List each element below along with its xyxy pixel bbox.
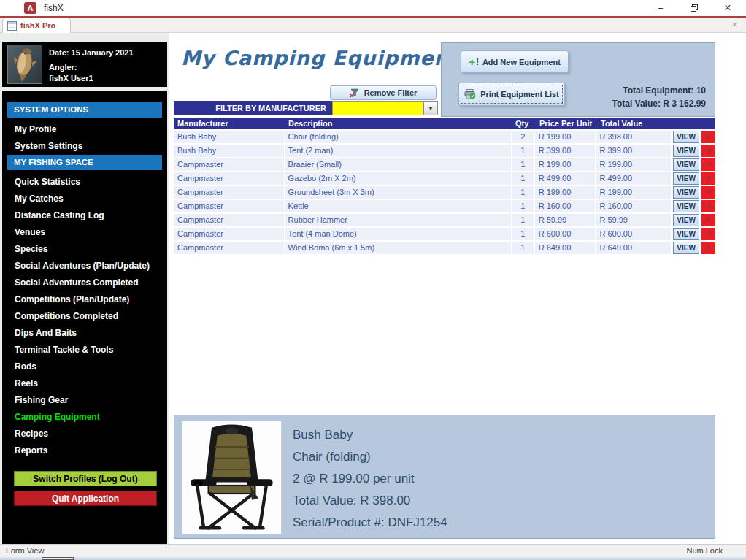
add-new-equipment-label: Add New Equipment <box>482 58 561 66</box>
cell-total-value: R 600.00 <box>596 228 671 240</box>
sidebar-item-terminal-tackle-tools[interactable]: Terminal Tackle & Tools <box>2 342 167 358</box>
table-row: CampmasterWind Boma (6m x 1.5m)1R 649.00… <box>174 242 715 254</box>
tab-close-icon[interactable]: × <box>731 19 737 30</box>
cell-qty: 1 <box>512 214 534 226</box>
sidebar-item-competitions-completed[interactable]: Competitions Completed <box>2 308 167 325</box>
cell-qty: 1 <box>512 172 534 185</box>
cell-qty: 1 <box>512 242 534 254</box>
sidebar-item-social-adventures-plan-update[interactable]: Social Adventures (Plan/Update) <box>2 258 167 275</box>
view-button[interactable]: VIEW <box>673 158 699 171</box>
angler-profile-box: Date: 15 January 2021 Angler: fishX User… <box>2 42 167 87</box>
delete-row-button[interactable]: × <box>701 145 715 157</box>
sidebar-item-reports[interactable]: Reports <box>2 442 167 459</box>
delete-row-button[interactable]: × <box>701 200 715 212</box>
cell-total-value: R 399.00 <box>596 145 671 157</box>
totals-summary: Total Equipment: 10 Total Value: R 3 162… <box>612 84 706 110</box>
sidebar-item-social-adventures-completed[interactable]: Social Adventures Completed <box>2 275 167 291</box>
cell-total-value: R 398.00 <box>596 131 671 143</box>
col-header-price: Price Per Unit <box>536 118 597 129</box>
selected-item-detail-panel: Bush Baby Chair (folding) 2 @ R 199.00 p… <box>174 415 715 539</box>
total-value-text: Total Value: R 3 162.99 <box>612 97 706 110</box>
sidebar-item-species[interactable]: Species <box>2 241 167 258</box>
cell-total-value: R 199.00 <box>596 158 671 171</box>
restore-icon <box>690 4 699 12</box>
cell-price-per-unit: R 649.00 <box>535 242 596 254</box>
sidebar-item-system-settings[interactable]: System Settings <box>2 138 167 155</box>
sidebar-item-dips-and-baits[interactable]: Dips And Baits <box>2 325 167 342</box>
cell-description: Chair (folding) <box>285 131 511 143</box>
col-header-description: Description <box>285 118 512 129</box>
angler-name: fishX User1 <box>49 73 134 84</box>
sidebar-item-distance-casting-log[interactable]: Distance Casting Log <box>2 207 167 224</box>
exclamation-icon: ! <box>476 57 479 67</box>
table-row: CampmasterGazebo (2m X 2m)1R 499.00R 499… <box>174 172 715 185</box>
sidebar-item-reels[interactable]: Reels <box>2 375 167 392</box>
col-header-total: Total Value <box>597 118 673 129</box>
item-detail-text: Bush Baby Chair (folding) 2 @ R 199.00 p… <box>293 424 447 534</box>
delete-row-button[interactable]: × <box>701 158 715 171</box>
horizontal-scrollbar[interactable] <box>0 557 746 560</box>
cell-description: Tent (4 man Dome) <box>285 228 511 240</box>
camping-chair-image <box>182 421 281 534</box>
add-new-equipment-button[interactable]: +! Add New Equipment <box>461 50 569 73</box>
sidebar-item-rods[interactable]: Rods <box>2 358 167 375</box>
quit-application-button[interactable]: Quit Application <box>14 491 157 506</box>
view-button[interactable]: VIEW <box>673 131 699 143</box>
filter-dropdown-button[interactable]: ▼ <box>423 101 438 115</box>
delete-row-button[interactable]: × <box>701 228 715 240</box>
manufacturer-filter-input[interactable] <box>332 101 423 115</box>
delete-row-button[interactable]: × <box>701 214 715 226</box>
cell-manufacturer: Campmaster <box>174 228 284 240</box>
col-header-qty: Qty <box>512 118 536 129</box>
cell-description: Rubber Hammer <box>285 214 511 226</box>
filter-by-manufacturer-label: FILTER BY MANUFACTURER <box>174 101 332 115</box>
sidebar-item-fishing-gear[interactable]: Fishing Gear <box>2 392 167 409</box>
view-button[interactable]: VIEW <box>673 200 699 212</box>
sidebar-item-camping-equipment[interactable]: Camping Equipment <box>2 409 167 426</box>
scrollbar-thumb[interactable] <box>42 557 74 560</box>
delete-row-button[interactable]: × <box>701 131 715 143</box>
cell-qty: 2 <box>512 131 534 143</box>
view-button[interactable]: VIEW <box>673 214 699 226</box>
restore-button[interactable] <box>677 0 711 16</box>
delete-row-button[interactable]: × <box>701 172 715 185</box>
view-button[interactable]: VIEW <box>673 228 699 240</box>
sidebar-item-my-catches[interactable]: My Catches <box>2 191 167 207</box>
table-row: CampmasterKettle1R 160.00R 160.00VIEW× <box>174 200 715 212</box>
table-header-row: Manufacturer Description Qty Price Per U… <box>174 118 715 129</box>
sidebar-item-recipes[interactable]: Recipes <box>2 426 167 442</box>
page-title: My Camping Equipment <box>181 47 459 69</box>
cell-manufacturer: Bush Baby <box>174 145 284 157</box>
sidebar-item-quick-statistics[interactable]: Quick Statistics <box>2 174 167 191</box>
print-equipment-list-button[interactable]: Print Equipment List <box>458 83 565 106</box>
minimize-button[interactable]: − <box>644 0 677 16</box>
angler-photo <box>7 45 42 84</box>
delete-row-button[interactable]: × <box>701 242 715 254</box>
form-icon <box>7 21 17 31</box>
view-button[interactable]: VIEW <box>673 186 699 199</box>
table-row: CampmasterTent (4 man Dome)1R 600.00R 60… <box>174 228 715 240</box>
remove-filter-button[interactable]: Remove Filter <box>330 85 437 100</box>
access-app-icon: A <box>24 2 36 14</box>
cell-manufacturer: Campmaster <box>174 200 284 212</box>
view-button[interactable]: VIEW <box>673 172 699 185</box>
delete-row-button[interactable]: × <box>701 186 715 199</box>
view-button[interactable]: VIEW <box>673 145 699 157</box>
cell-total-value: R 59.99 <box>596 214 671 226</box>
cell-total-value: R 499.00 <box>596 172 671 185</box>
close-button[interactable]: × <box>711 0 745 16</box>
remove-filter-label: Remove Filter <box>364 88 418 97</box>
switch-profiles-button[interactable]: Switch Profiles (Log Out) <box>14 471 157 486</box>
sidebar-item-venues[interactable]: Venues <box>2 224 167 241</box>
detail-description: Chair (folding) <box>293 446 447 468</box>
cell-price-per-unit: R 199.00 <box>535 186 596 199</box>
window-title-bar: A fishX − × <box>0 0 746 16</box>
sidebar-item-my-profile[interactable]: My Profile <box>2 121 167 138</box>
view-button[interactable]: VIEW <box>673 242 699 254</box>
detail-serial-line: Serial/Product #: DNFJ1254 <box>293 512 447 534</box>
cell-manufacturer: Campmaster <box>174 242 284 254</box>
sidebar-item-competitions-plan-update[interactable]: Competitions (Plan/Update) <box>2 291 167 308</box>
cell-total-value: R 199.00 <box>596 186 671 199</box>
tab-fishx-pro[interactable]: fishX Pro <box>2 18 71 33</box>
cell-price-per-unit: R 199.00 <box>535 131 596 143</box>
